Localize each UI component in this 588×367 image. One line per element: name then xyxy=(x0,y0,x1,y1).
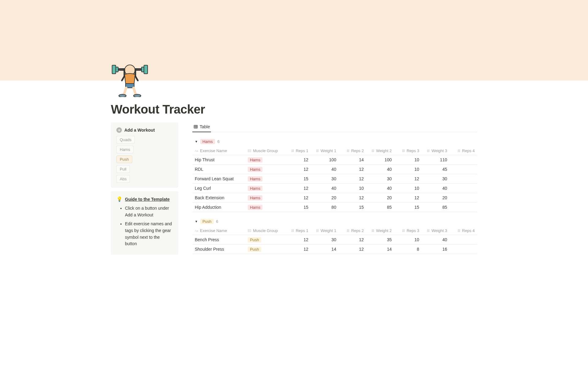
cell-exercise-name[interactable]: Back Extension xyxy=(192,193,245,203)
cell-value[interactable]: 40 xyxy=(366,184,394,193)
cell-value[interactable]: 12 xyxy=(339,245,366,254)
cell-value[interactable]: 20 xyxy=(311,193,339,203)
column-header[interactable]: Reps 2 xyxy=(339,147,366,155)
cell-value[interactable]: 100 xyxy=(366,155,394,165)
cell-value[interactable]: 12 xyxy=(283,245,311,254)
cell-value[interactable]: 40 xyxy=(311,165,339,174)
cell-value[interactable]: 14 xyxy=(366,245,394,254)
cell-value[interactable]: 12 xyxy=(283,165,311,174)
cell-value[interactable]: 14 xyxy=(311,245,339,254)
column-header[interactable]: AaExercise Name xyxy=(192,227,245,235)
cell-value[interactable]: 80 xyxy=(311,203,339,212)
cell-value[interactable]: 16 xyxy=(422,245,450,254)
table-row[interactable]: RDLHams124012401045 xyxy=(192,165,477,174)
cell-muscle-group[interactable]: Hams xyxy=(245,193,283,203)
cell-muscle-group[interactable]: Hams xyxy=(245,184,283,193)
workout-button-abs[interactable]: Abs xyxy=(116,175,130,183)
cell-value[interactable] xyxy=(450,235,477,245)
workout-button-quads[interactable]: Quads xyxy=(116,136,135,144)
cell-value[interactable]: 30 xyxy=(422,174,450,184)
cell-value[interactable]: 12 xyxy=(283,193,311,203)
cell-value[interactable]: 12 xyxy=(394,193,422,203)
cell-value[interactable]: 85 xyxy=(422,203,450,212)
cell-value[interactable] xyxy=(450,203,477,212)
cell-value[interactable]: 8 xyxy=(394,245,422,254)
column-header[interactable]: Muscle Group xyxy=(245,227,283,235)
table-row[interactable]: Shoulder PressPush12141214816 xyxy=(192,245,477,254)
column-header[interactable]: Weight 2 xyxy=(366,147,394,155)
table-row[interactable]: Bench PressPush123012351040 xyxy=(192,235,477,245)
page-icon-weightlifter[interactable] xyxy=(111,59,149,97)
cell-value[interactable]: 40 xyxy=(366,165,394,174)
cell-value[interactable]: 10 xyxy=(394,155,422,165)
cell-value[interactable]: 12 xyxy=(339,193,366,203)
column-header[interactable]: Reps 4 xyxy=(450,227,477,235)
cell-value[interactable]: 30 xyxy=(311,174,339,184)
group-tag[interactable]: Push xyxy=(200,219,214,224)
cell-value[interactable] xyxy=(450,165,477,174)
caret-down-icon[interactable]: ▼ xyxy=(195,140,198,143)
cell-value[interactable]: 12 xyxy=(283,155,311,165)
column-header[interactable]: Weight 2 xyxy=(366,227,394,235)
cell-value[interactable]: 15 xyxy=(394,203,422,212)
cell-value[interactable]: 10 xyxy=(394,165,422,174)
cell-value[interactable] xyxy=(450,174,477,184)
column-header[interactable]: Weight 3 xyxy=(422,147,450,155)
table-row[interactable]: Forward Lean SquatHams153012301230 xyxy=(192,174,477,184)
cell-value[interactable] xyxy=(450,193,477,203)
cell-value[interactable] xyxy=(450,155,477,165)
table-row[interactable]: Back ExtensionHams122012201220 xyxy=(192,193,477,203)
column-header[interactable]: Reps 4 xyxy=(450,147,477,155)
cell-muscle-group[interactable]: Hams xyxy=(245,174,283,184)
column-header[interactable]: AaExercise Name xyxy=(192,147,245,155)
cell-muscle-group[interactable]: Hams xyxy=(245,165,283,174)
column-header[interactable]: Muscle Group xyxy=(245,147,283,155)
column-header[interactable]: Reps 3 xyxy=(394,227,422,235)
cell-value[interactable]: 15 xyxy=(283,203,311,212)
column-header[interactable]: Reps 2 xyxy=(339,227,366,235)
cell-exercise-name[interactable]: RDL xyxy=(192,165,245,174)
column-header[interactable]: Weight 1 xyxy=(311,227,339,235)
guide-link[interactable]: Guide to the Template xyxy=(125,197,170,202)
cell-value[interactable]: 12 xyxy=(339,174,366,184)
cell-value[interactable] xyxy=(450,245,477,254)
cell-value[interactable]: 35 xyxy=(366,235,394,245)
table-row[interactable]: Hip AdductionHams158015851585 xyxy=(192,203,477,212)
cell-value[interactable]: 30 xyxy=(311,235,339,245)
table-row[interactable]: Hip ThrustHams121001410010110 xyxy=(192,155,477,165)
cell-value[interactable]: 12 xyxy=(339,165,366,174)
cell-muscle-group[interactable]: Push xyxy=(245,245,283,254)
cell-value[interactable]: 45 xyxy=(422,165,450,174)
column-header[interactable]: Reps 1 xyxy=(283,227,311,235)
cell-value[interactable]: 10 xyxy=(339,184,366,193)
workout-button-hams[interactable]: Hams xyxy=(116,146,134,153)
cell-value[interactable]: 40 xyxy=(311,184,339,193)
cell-exercise-name[interactable]: Bench Press xyxy=(192,235,245,245)
cell-value[interactable]: 10 xyxy=(394,235,422,245)
cell-value[interactable]: 20 xyxy=(366,193,394,203)
workout-button-push[interactable]: Push xyxy=(116,155,132,163)
cell-muscle-group[interactable]: Push xyxy=(245,235,283,245)
cell-exercise-name[interactable]: Forward Lean Squat xyxy=(192,174,245,184)
cell-muscle-group[interactable]: Hams xyxy=(245,155,283,165)
cell-value[interactable]: 12 xyxy=(394,174,422,184)
workout-button-pull[interactable]: Pull xyxy=(116,165,130,173)
caret-down-icon[interactable]: ▼ xyxy=(195,220,198,223)
column-header[interactable]: Reps 3 xyxy=(394,147,422,155)
cell-value[interactable] xyxy=(450,184,477,193)
cell-value[interactable]: 30 xyxy=(366,174,394,184)
cell-value[interactable]: 15 xyxy=(283,174,311,184)
cell-exercise-name[interactable]: Hip Adduction xyxy=(192,203,245,212)
cell-value[interactable]: 14 xyxy=(339,155,366,165)
table-row[interactable]: Leg CurlHams124010401040 xyxy=(192,184,477,193)
cell-exercise-name[interactable]: Shoulder Press xyxy=(192,245,245,254)
page-title[interactable]: Workout Tracker xyxy=(111,81,477,122)
cell-exercise-name[interactable]: Hip Thrust xyxy=(192,155,245,165)
cell-value[interactable]: 12 xyxy=(339,235,366,245)
cell-value[interactable]: 40 xyxy=(422,184,450,193)
column-header[interactable]: Reps 1 xyxy=(283,147,311,155)
cell-value[interactable]: 10 xyxy=(394,184,422,193)
group-tag[interactable]: Hams xyxy=(200,139,215,144)
cell-muscle-group[interactable]: Hams xyxy=(245,203,283,212)
column-header[interactable]: Weight 3 xyxy=(422,227,450,235)
